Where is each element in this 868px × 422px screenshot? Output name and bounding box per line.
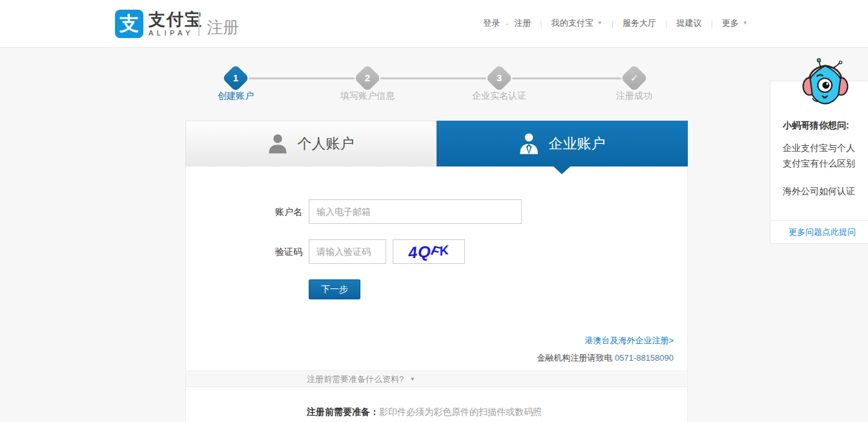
help-question-1[interactable]: 企业支付宝与个人支付宝有什么区别 xyxy=(783,140,862,171)
brand-name-en: ALIPAY xyxy=(149,28,203,37)
finance-register-note: 金融机构注册请致电 xyxy=(537,353,615,363)
step-3-label: 企业实名认证 xyxy=(454,90,544,102)
chevron-down-icon: ▼ xyxy=(743,20,748,26)
help-more-link[interactable]: 更多问题点此提问 xyxy=(789,226,856,238)
next-step-button[interactable]: 下一步 xyxy=(309,279,360,299)
nav-register-link[interactable]: 注册 xyxy=(514,17,531,29)
nav-more-label: 更多 xyxy=(722,18,739,28)
top-nav: 登录 - 注册 | 我的支付宝▼ | 服务大厅 | 提建议 | 更多▼ xyxy=(483,17,748,29)
captcha-image-text: 4QFK xyxy=(408,243,450,261)
mascot-robot-icon xyxy=(798,58,852,110)
page-title: 注册 xyxy=(207,17,239,38)
step-connector xyxy=(380,77,486,79)
active-tab-pointer xyxy=(553,166,570,174)
step-3-marker: 3 xyxy=(486,65,513,92)
chevron-down-icon: ▼ xyxy=(597,20,603,26)
nav-suggestions-link[interactable]: 提建议 xyxy=(676,17,701,29)
step-1-number: 1 xyxy=(226,68,245,88)
step-2-label: 填写账户信息 xyxy=(322,90,413,102)
nav-dash-separator: - xyxy=(506,19,508,28)
captcha-label: 验证码 xyxy=(245,246,302,258)
nav-more-menu[interactable]: 更多▼ xyxy=(722,17,748,29)
tab-enterprise-label: 企业账户 xyxy=(549,134,606,154)
finance-phone-number: 0571-88158090 xyxy=(615,353,674,363)
step-2-number: 2 xyxy=(358,68,377,88)
nav-separator: | xyxy=(710,19,712,28)
tab-enterprise-account[interactable]: 企业账户 xyxy=(437,121,688,166)
prepare-note-text: 影印件必须为彩色原件的扫描件或数码照 xyxy=(379,407,542,417)
nav-my-alipay-menu[interactable]: 我的支付宝▼ xyxy=(552,17,603,29)
captcha-image[interactable]: 4QFK xyxy=(393,239,465,264)
prepare-question-label: 注册前需要准备什么资料? ▼ xyxy=(307,371,415,387)
person-icon xyxy=(268,134,287,154)
tab-personal-account[interactable]: 个人账户 xyxy=(185,121,437,166)
step-4-check-glyph: ✓ xyxy=(625,68,644,88)
help-question-2[interactable]: 海外公司如何认证 xyxy=(783,183,862,199)
account-email-input[interactable] xyxy=(309,199,522,224)
logo-divider xyxy=(198,12,200,36)
step-3-number: 3 xyxy=(490,68,509,88)
nav-my-alipay-label: 我的支付宝 xyxy=(552,18,594,28)
brand-name-cn: 支付宝 xyxy=(149,10,203,28)
account-name-label: 账户名 xyxy=(245,206,302,218)
business-person-icon xyxy=(519,133,539,155)
chevron-down-icon: ▼ xyxy=(410,376,415,382)
alipay-logo-icon[interactable]: 支 xyxy=(115,10,143,38)
prepare-note: 注册前需要准备：影印件必须为彩色原件的扫描件或数码照 xyxy=(307,407,542,418)
help-title: 小蚂哥猜你想问: xyxy=(783,120,849,132)
step-4-label: 注册成功 xyxy=(589,90,679,102)
header: 支 支付宝 ALIPAY 注册 登录 - 注册 | 我的支付宝▼ | 服务大厅 … xyxy=(0,0,868,48)
step-1-marker: 1 xyxy=(222,65,249,92)
prepare-materials-accordion[interactable]: 注册前需要准备什么资料? ▼ xyxy=(186,370,687,387)
help-divider xyxy=(770,220,868,221)
brand-block: 支付宝 ALIPAY xyxy=(149,10,203,37)
captcha-input[interactable] xyxy=(309,239,386,264)
step-4-check-icon: ✓ xyxy=(621,65,648,92)
step-2-marker: 2 xyxy=(354,65,381,92)
nav-service-hall-link[interactable]: 服务大厅 xyxy=(623,17,656,29)
nav-login-link[interactable]: 登录 xyxy=(483,17,500,29)
nav-separator: | xyxy=(540,19,542,28)
nav-separator: | xyxy=(665,19,667,28)
step-connector xyxy=(512,77,621,79)
page: 支 支付宝 ALIPAY 注册 登录 - 注册 | 我的支付宝▼ | 服务大厅 … xyxy=(0,0,868,422)
prepare-note-title: 注册前需要准备： xyxy=(307,407,379,417)
tab-personal-label: 个人账户 xyxy=(298,134,355,154)
nav-separator: | xyxy=(612,19,614,28)
prepare-question-text: 注册前需要准备什么资料? xyxy=(307,374,404,384)
overseas-register-link[interactable]: 港澳台及海外企业注册> xyxy=(584,336,674,345)
step-1-label: 创建账户 xyxy=(191,90,281,102)
step-connector xyxy=(249,77,355,79)
